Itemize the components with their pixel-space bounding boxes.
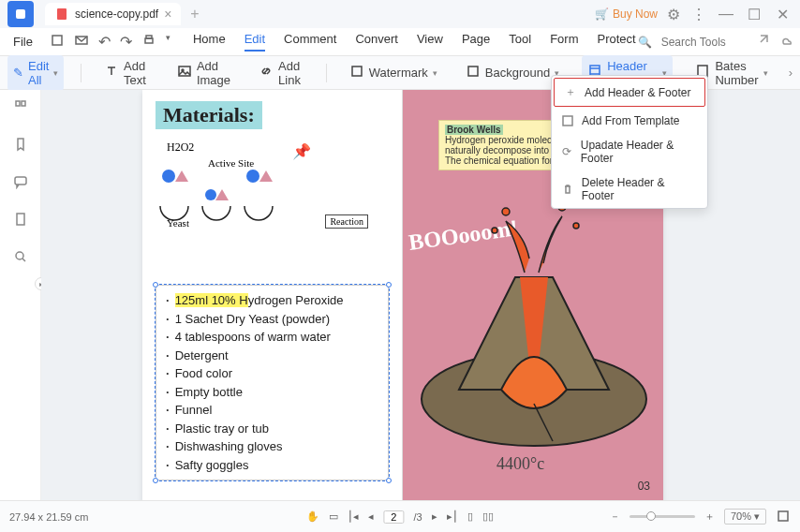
tab-protect[interactable]: Protect xyxy=(597,32,635,52)
dropdown-add-header-footer[interactable]: ＋ Add Header & Footer xyxy=(554,78,705,107)
cloud-icon[interactable] xyxy=(779,33,794,51)
pdf-icon xyxy=(54,7,69,22)
buy-now-button[interactable]: 🛒 Buy Now xyxy=(595,7,658,21)
materials-list-box[interactable]: 125ml 10% Hydrogen Peroxide 1 Sachet Dry… xyxy=(156,285,389,480)
svg-rect-32 xyxy=(778,511,788,521)
note-author: Brook Wells xyxy=(445,125,503,135)
yeast-label: Yeast xyxy=(167,217,189,229)
svg-rect-5 xyxy=(146,36,152,38)
tab-home[interactable]: Home xyxy=(193,32,226,52)
save-icon[interactable] xyxy=(50,33,65,52)
select-tool-icon[interactable]: ▭ xyxy=(329,510,338,523)
page-dimensions: 27.94 x 21.59 cm xyxy=(9,511,88,523)
dropdown-update-header-footer[interactable]: ⟳ Upadate Header & Footer xyxy=(552,133,707,170)
list-item: Dishwashing gloves xyxy=(166,437,378,456)
zoom-value[interactable]: 70% ▾ xyxy=(724,509,766,525)
toolbar-scroll-right[interactable]: › xyxy=(789,66,793,80)
background-button[interactable]: Background ▾ xyxy=(460,60,565,85)
template-icon xyxy=(561,115,574,126)
comment-icon[interactable] xyxy=(13,174,28,193)
add-image-button[interactable]: Add Image xyxy=(171,55,236,91)
plus-icon: ＋ xyxy=(564,84,577,100)
list-item: Food color xyxy=(166,364,378,383)
search-input[interactable] xyxy=(661,36,746,49)
hand-tool-icon[interactable]: ✋ xyxy=(306,510,319,523)
file-menu[interactable]: File xyxy=(6,31,40,52)
document-tab[interactable]: science-copy.pdf × xyxy=(45,3,181,25)
zoom-in-icon[interactable]: ＋ xyxy=(704,510,715,524)
list-item: 1 Sachet Dry Yeast (powder) xyxy=(166,310,378,329)
print-chevron[interactable]: ▾ xyxy=(166,33,170,52)
close-tab-icon[interactable]: × xyxy=(164,7,171,22)
h2o2-label: H2O2 xyxy=(167,140,194,155)
tab-convert[interactable]: Convert xyxy=(355,32,398,52)
next-page-icon[interactable]: ▸ xyxy=(432,510,437,523)
statusbar: 27.94 x 21.59 cm ✋ ▭ ⎮◂ ◂ /3 ▸ ▸⎮ ▯ ▯▯ －… xyxy=(0,500,800,532)
svg-rect-14 xyxy=(16,101,20,106)
user-icon[interactable]: ⚙ xyxy=(667,6,680,23)
zoom-slider[interactable] xyxy=(630,515,695,518)
zoom-out-icon[interactable]: － xyxy=(610,510,620,524)
thumbnails-icon[interactable] xyxy=(13,99,28,118)
svg-point-19 xyxy=(162,170,175,183)
page-left: Materials: 📌 H2O2 Active Site Yeast Reac… xyxy=(142,90,403,500)
share-icon[interactable] xyxy=(755,33,770,51)
reaction-label: Reaction xyxy=(325,214,368,229)
edit-all-button[interactable]: ✎ Edit All ▾ xyxy=(7,55,64,91)
separator xyxy=(81,64,81,82)
dropdown-add-from-template[interactable]: Add From Template xyxy=(552,109,707,133)
mail-icon[interactable] xyxy=(74,33,89,52)
undo-icon[interactable]: ↶ xyxy=(98,33,111,52)
search-icon: 🔍 xyxy=(638,36,652,49)
tab-view[interactable]: View xyxy=(417,32,443,52)
page-number-input[interactable] xyxy=(383,510,404,524)
dropdown-delete-header-footer[interactable]: Delete Header & Footer xyxy=(552,170,707,208)
close-window-button[interactable]: ✕ xyxy=(774,6,791,23)
tab-edit[interactable]: Edit xyxy=(244,32,265,52)
svg-rect-31 xyxy=(563,116,572,126)
svg-rect-8 xyxy=(352,66,362,76)
app-logo xyxy=(7,1,34,27)
svg-point-28 xyxy=(573,223,579,229)
text-icon xyxy=(104,64,119,81)
separator xyxy=(326,64,327,82)
list-item: Detergent xyxy=(166,347,378,365)
minimize-button[interactable]: — xyxy=(718,6,734,22)
list-item: 125ml 10% Hydrogen Peroxide xyxy=(166,291,378,310)
more-icon[interactable]: ⋮ xyxy=(691,6,706,23)
titlebar: science-copy.pdf × + 🛒 Buy Now ⚙ ⋮ — ☐ ✕ xyxy=(0,0,800,28)
add-text-button[interactable]: Add Text xyxy=(98,55,155,91)
list-item: Empty bottle xyxy=(166,383,378,402)
first-page-icon[interactable]: ⎮◂ xyxy=(348,510,359,523)
svg-marker-24 xyxy=(215,189,229,200)
svg-rect-1 xyxy=(57,8,67,20)
new-tab-button[interactable]: + xyxy=(190,6,199,22)
svg-rect-6 xyxy=(179,66,190,76)
attachment-icon[interactable] xyxy=(13,212,28,230)
bookmark-icon[interactable] xyxy=(13,137,28,155)
single-page-icon[interactable]: ▯ xyxy=(467,510,473,523)
list-item: Plastic tray or tub xyxy=(166,420,378,438)
search-sidebar-icon[interactable] xyxy=(13,249,28,268)
svg-point-29 xyxy=(492,228,497,233)
svg-rect-0 xyxy=(16,9,25,19)
tab-comment[interactable]: Comment xyxy=(284,32,336,52)
watermark-button[interactable]: Watermark ▾ xyxy=(344,60,443,85)
trash-icon xyxy=(561,184,574,195)
redo-icon[interactable]: ↷ xyxy=(120,33,132,52)
list-item: 4 tablespoons of warm water xyxy=(166,328,378,347)
print-icon[interactable] xyxy=(141,33,156,52)
tab-page[interactable]: Page xyxy=(462,32,490,52)
two-page-icon[interactable]: ▯▯ xyxy=(482,510,494,523)
last-page-icon[interactable]: ▸⎮ xyxy=(447,510,458,523)
fit-page-icon[interactable] xyxy=(776,509,791,525)
link-icon xyxy=(259,64,274,81)
tab-tool[interactable]: Tool xyxy=(509,32,531,52)
add-link-button[interactable]: Add Link xyxy=(253,55,309,91)
page-number: 03 xyxy=(638,480,650,493)
svg-rect-2 xyxy=(52,36,62,45)
maximize-button[interactable]: ☐ xyxy=(746,6,763,23)
prev-page-icon[interactable]: ◂ xyxy=(368,510,374,523)
svg-point-21 xyxy=(246,170,259,183)
tab-form[interactable]: Form xyxy=(550,32,578,52)
